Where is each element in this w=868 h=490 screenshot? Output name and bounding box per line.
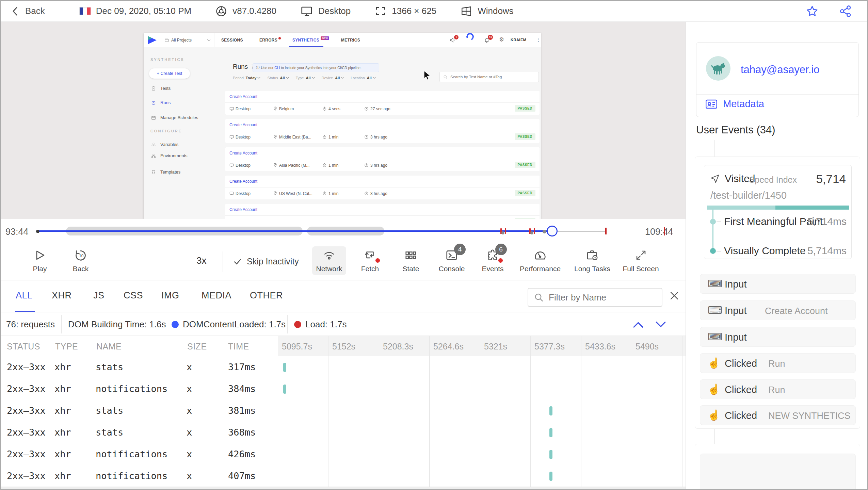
chevron-down-icon: [312, 77, 315, 79]
performance-panel-button[interactable]: Performance: [515, 248, 565, 273]
network-request-row[interactable]: 2xx–3xxxhrstatsx368ms: [1, 422, 686, 443]
network-wifi-icon: [322, 249, 336, 262]
skip-inactivity-toggle[interactable]: Skip Inactivity: [233, 257, 299, 266]
run-row: Create Account Desktop Belgium 4 secs 27…: [225, 91, 540, 115]
run-name-link: Create Account: [225, 91, 540, 103]
network-panel-button[interactable]: Network: [312, 246, 346, 275]
metadata-button[interactable]: Metadata: [705, 98, 764, 110]
status-badge: PASSED: [515, 105, 535, 112]
user-event-clicked[interactable]: ☝ Clicked Run: [700, 353, 856, 373]
run-row: Create Account Desktop Asia Pacific (M..…: [225, 147, 540, 171]
network-request-row[interactable]: 2xx–3xxxhrstatsx317ms: [1, 356, 686, 378]
sidebar-item-runs: Runs: [151, 100, 171, 105]
visited-event-card[interactable]: Visited Speed Index 5,714 /test-builder/…: [704, 165, 852, 259]
player-timeline[interactable]: 93:44 109:44: [1, 219, 686, 243]
user-event-partial[interactable]: [700, 454, 856, 490]
user-event-input[interactable]: ⌨ Input: [700, 274, 856, 294]
network-request-row[interactable]: 2xx–3xxxhrstatsx381ms: [1, 400, 686, 422]
events-alert-dot: [498, 258, 503, 263]
kebab-menu-icon: ⋮: [536, 37, 541, 43]
new-badge: NEW: [321, 36, 329, 40]
speed-toggle[interactable]: 3x: [196, 255, 207, 266]
metric-first-meaningful-paint: First Meaningful Paint 5,714ms: [704, 216, 851, 227]
jump-prev-icon[interactable]: [632, 321, 644, 329]
network-filter-input[interactable]: [549, 292, 651, 303]
back-label: Back: [25, 6, 45, 16]
cli-link: CLI: [274, 66, 280, 70]
time-axis-label: 5152s: [332, 342, 355, 352]
error-marker: [505, 228, 506, 234]
time-axis-label: 5377.3s: [534, 342, 565, 352]
filter-device: DeviceAll: [322, 76, 344, 80]
replayed-app: All Projects SESSIONS ERRORS SYNTHETICSN…: [144, 33, 541, 219]
favorite-star-icon[interactable]: [805, 4, 819, 18]
request-timing-bar: [283, 363, 286, 372]
back-10s-button[interactable]: 10 Back: [66, 248, 95, 273]
network-request-row[interactable]: 2xx–3xxxhrnotificationsx384ms: [1, 378, 686, 400]
net-tab-other[interactable]: OTHER: [250, 290, 283, 301]
network-request-row[interactable]: 2xx–3xxxhrnotificationsx407ms: [1, 465, 686, 487]
user-event-input[interactable]: ⌨ Input Create Account: [700, 300, 856, 320]
stopwatch-icon: [322, 191, 327, 196]
desktop-icon: [229, 135, 234, 139]
chevron-down-icon: [341, 77, 344, 79]
long-tasks-panel-button[interactable]: Long Tasks: [570, 248, 615, 273]
fetch-panel-button[interactable]: Fetch: [355, 248, 385, 273]
net-tab-img[interactable]: IMG: [161, 290, 179, 301]
user-event-input[interactable]: ⌨ Input: [700, 327, 856, 347]
network-filter-box[interactable]: [528, 288, 662, 307]
net-tab-css[interactable]: CSS: [124, 290, 143, 301]
col-header-status: STATUS: [7, 342, 40, 352]
search-icon: [534, 292, 544, 303]
share-icon[interactable]: [839, 4, 852, 18]
stopwatch-icon: [322, 135, 327, 139]
keyboard-icon: ⌨: [708, 278, 722, 290]
runs-clock-icon: [151, 100, 156, 105]
clipboard-icon: [151, 86, 156, 91]
stopwatch-icon: [322, 163, 327, 167]
events-count-badge: 6: [495, 244, 507, 255]
player-column: All Projects SESSIONS ERRORS SYNTHETICSN…: [1, 22, 686, 490]
back-button[interactable]: Back: [11, 6, 45, 17]
user-event-clicked[interactable]: ☝ Clicked Run: [700, 379, 856, 399]
request-timing-bar: [549, 450, 552, 459]
navigate-icon: [710, 174, 720, 184]
net-tab-js[interactable]: JS: [93, 290, 105, 301]
project-selector: All Projects: [161, 33, 214, 47]
full-screen-button[interactable]: Full Screen: [620, 248, 662, 273]
topbar-divider: [64, 4, 64, 18]
mouse-cursor: [423, 70, 432, 81]
console-panel-button[interactable]: 4 Console: [434, 248, 470, 273]
event-group-card: Visited Speed Index 5,714 /test-builder/…: [695, 157, 860, 429]
console-count-badge: 4: [454, 244, 466, 255]
time-axis-label: 5208.3s: [383, 342, 413, 352]
event-connector-line: [714, 140, 714, 157]
net-tab-media[interactable]: MEDIA: [202, 290, 231, 301]
location-pin-icon: [273, 107, 277, 111]
replay-viewport[interactable]: All Projects SESSIONS ERRORS SYNTHETICSN…: [1, 22, 686, 219]
network-request-row[interactable]: 2xx–3xxxhrnotificationsx426ms: [1, 443, 686, 465]
table-footer-strip: [1, 487, 686, 490]
playhead-handle[interactable]: [547, 226, 558, 236]
pointer-hand-icon: ☝: [708, 357, 720, 369]
jump-arrows: [632, 321, 666, 329]
timeline-remaining[interactable]: [552, 231, 606, 232]
state-panel-button[interactable]: State: [396, 248, 426, 273]
close-panel-icon[interactable]: [669, 290, 680, 301]
play-button[interactable]: Play: [28, 248, 52, 273]
timeline-progress[interactable]: [37, 230, 552, 232]
sidebar-item-manage-schedules: Manage Schedules: [151, 115, 198, 120]
calendar-icon: [151, 115, 156, 120]
user-event-clicked[interactable]: ☝ Clicked NEW SYNTHETICS: [700, 405, 856, 425]
filter-location: LocationAll: [351, 76, 376, 80]
location-pin-icon: [273, 135, 277, 139]
net-tab-xhr[interactable]: XHR: [52, 290, 72, 301]
jump-next-icon[interactable]: [655, 321, 666, 329]
user-email-link[interactable]: tahay@asayer.io: [741, 64, 819, 76]
user-events-title: User Events (34): [696, 124, 775, 136]
time-axis-label: 5490s: [636, 342, 659, 352]
time-axis-label: 5095.7s: [282, 342, 312, 352]
events-panel-button[interactable]: 6 Events: [477, 248, 509, 273]
net-tab-all[interactable]: ALL: [16, 290, 33, 301]
chevron-down-icon: [207, 39, 211, 42]
